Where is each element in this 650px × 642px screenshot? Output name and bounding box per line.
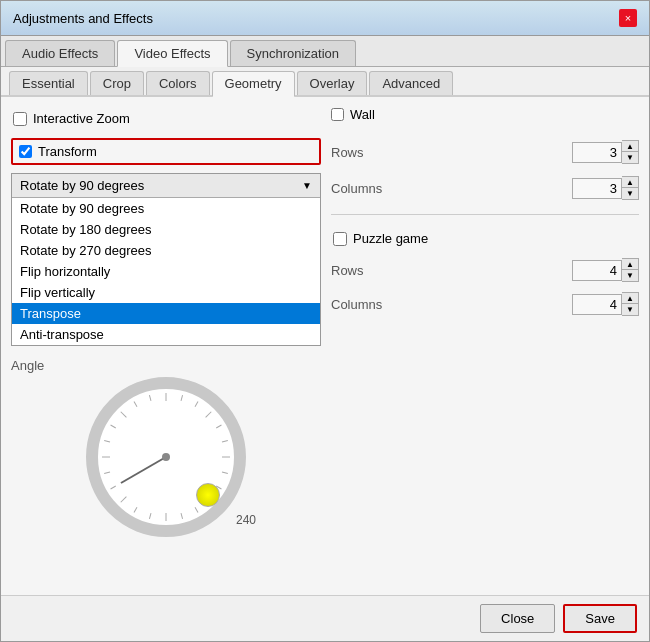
dropdown-item-0[interactable]: Rotate by 90 degrees bbox=[12, 198, 320, 219]
dropdown-item-1[interactable]: Rotate by 180 degrees bbox=[12, 219, 320, 240]
puzzle-columns-input[interactable] bbox=[572, 294, 622, 315]
puzzle-columns-label: Columns bbox=[331, 297, 401, 312]
svg-line-16 bbox=[111, 486, 116, 489]
title-bar: Adjustments and Effects × bbox=[1, 1, 649, 36]
wall-row: Wall bbox=[331, 107, 639, 122]
dialog: Adjustments and Effects × Audio Effects … bbox=[0, 0, 650, 642]
wall-rows-label: Rows bbox=[331, 145, 401, 160]
tab-essential[interactable]: Essential bbox=[9, 71, 88, 95]
svg-line-11 bbox=[181, 513, 183, 519]
wall-columns-up[interactable]: ▲ bbox=[622, 177, 638, 188]
interactive-zoom-checkbox[interactable] bbox=[13, 112, 27, 126]
left-panel: Interactive Zoom Transform Rotate by 90 … bbox=[11, 107, 321, 585]
puzzle-rows-row: Rows ▲ ▼ bbox=[331, 256, 639, 284]
svg-line-3 bbox=[206, 412, 212, 418]
bottom-bar: Close Save bbox=[1, 595, 649, 641]
puzzle-columns-up[interactable]: ▲ bbox=[622, 293, 638, 304]
puzzle-checkbox[interactable] bbox=[333, 232, 347, 246]
transform-box: Transform bbox=[11, 138, 321, 165]
angle-label: Angle bbox=[11, 358, 44, 373]
dropdown-item-3[interactable]: Flip horizontally bbox=[12, 261, 320, 282]
wall-columns-row: Columns ▲ ▼ bbox=[331, 174, 639, 202]
wall-rows-input[interactable] bbox=[572, 142, 622, 163]
wall-rows-up[interactable]: ▲ bbox=[622, 141, 638, 152]
svg-line-10 bbox=[195, 507, 198, 512]
puzzle-section: Puzzle game Rows ▲ ▼ Columns bbox=[331, 227, 639, 318]
svg-line-21 bbox=[121, 412, 127, 418]
puzzle-columns-spinner: ▲ ▼ bbox=[572, 292, 639, 316]
save-button[interactable]: Save bbox=[563, 604, 637, 633]
wall-rows-down[interactable]: ▼ bbox=[622, 152, 638, 163]
puzzle-rows-input[interactable] bbox=[572, 260, 622, 281]
main-content: Interactive Zoom Transform Rotate by 90 … bbox=[1, 97, 649, 595]
tab-bar-main: Audio Effects Video Effects Synchronizat… bbox=[1, 36, 649, 67]
svg-point-25 bbox=[162, 453, 170, 461]
wall-rows-spinbtns: ▲ ▼ bbox=[622, 140, 639, 164]
wall-columns-spinner: ▲ ▼ bbox=[572, 176, 639, 200]
wall-rows-spinner: ▲ ▼ bbox=[572, 140, 639, 164]
transform-checkbox[interactable] bbox=[19, 145, 32, 158]
close-button[interactable]: Close bbox=[480, 604, 555, 633]
svg-line-19 bbox=[104, 440, 110, 442]
wall-columns-down[interactable]: ▼ bbox=[622, 188, 638, 199]
dialog-title: Adjustments and Effects bbox=[13, 11, 153, 26]
svg-line-15 bbox=[121, 497, 127, 503]
tab-geometry[interactable]: Geometry bbox=[212, 71, 295, 97]
dropdown-arrow-icon: ▼ bbox=[302, 180, 312, 191]
puzzle-rows-up[interactable]: ▲ bbox=[622, 259, 638, 270]
svg-line-24 bbox=[121, 457, 166, 483]
tab-crop[interactable]: Crop bbox=[90, 71, 144, 95]
tab-bar-sub: Essential Crop Colors Geometry Overlay A… bbox=[1, 67, 649, 97]
tab-advanced[interactable]: Advanced bbox=[369, 71, 453, 95]
transform-label: Transform bbox=[38, 144, 97, 159]
svg-line-4 bbox=[216, 425, 221, 428]
dropdown-selected-text: Rotate by 90 degrees bbox=[20, 178, 302, 193]
angle-dial[interactable] bbox=[86, 377, 246, 537]
svg-line-22 bbox=[134, 402, 137, 407]
svg-line-2 bbox=[195, 402, 198, 407]
svg-line-5 bbox=[222, 440, 228, 442]
wall-rows-row: Rows ▲ ▼ bbox=[331, 138, 639, 166]
dropdown-item-2[interactable]: Rotate by 270 degrees bbox=[12, 240, 320, 261]
svg-line-23 bbox=[149, 395, 151, 401]
puzzle-columns-row: Columns ▲ ▼ bbox=[331, 290, 639, 318]
rotation-dropdown[interactable]: Rotate by 90 degrees ▼ Rotate by 90 degr… bbox=[11, 173, 321, 346]
wall-checkbox[interactable] bbox=[331, 108, 344, 121]
close-icon[interactable]: × bbox=[619, 9, 637, 27]
svg-line-20 bbox=[111, 425, 116, 428]
dropdown-header[interactable]: Rotate by 90 degrees ▼ bbox=[12, 174, 320, 198]
wall-columns-label: Columns bbox=[331, 181, 401, 196]
tab-audio-effects[interactable]: Audio Effects bbox=[5, 40, 115, 66]
svg-line-1 bbox=[181, 395, 183, 401]
puzzle-rows-label: Rows bbox=[331, 263, 401, 278]
dropdown-list: Rotate by 90 degrees Rotate by 180 degre… bbox=[12, 198, 320, 345]
tab-synchronization[interactable]: Synchronization bbox=[230, 40, 357, 66]
svg-line-14 bbox=[134, 507, 137, 512]
puzzle-label: Puzzle game bbox=[353, 231, 428, 246]
wall-columns-input[interactable] bbox=[572, 178, 622, 199]
interactive-zoom-label: Interactive Zoom bbox=[33, 111, 130, 126]
dropdown-item-4[interactable]: Flip vertically bbox=[12, 282, 320, 303]
puzzle-rows-spinbtns: ▲ ▼ bbox=[622, 258, 639, 282]
right-panel: Wall Rows ▲ ▼ Columns bbox=[331, 107, 639, 585]
yellow-indicator bbox=[196, 483, 220, 507]
interactive-zoom-row: Interactive Zoom bbox=[11, 107, 321, 130]
puzzle-rows-down[interactable]: ▼ bbox=[622, 270, 638, 281]
puzzle-rows-spinner: ▲ ▼ bbox=[572, 258, 639, 282]
tab-video-effects[interactable]: Video Effects bbox=[117, 40, 227, 67]
dropdown-item-6[interactable]: Anti-transpose bbox=[12, 324, 320, 345]
svg-line-13 bbox=[149, 513, 151, 519]
svg-line-7 bbox=[222, 472, 228, 474]
tab-overlay[interactable]: Overlay bbox=[297, 71, 368, 95]
wall-label: Wall bbox=[350, 107, 375, 122]
svg-line-17 bbox=[104, 472, 110, 474]
angle-section: Angle bbox=[11, 358, 321, 537]
puzzle-columns-down[interactable]: ▼ bbox=[622, 304, 638, 315]
dial-container: 240 bbox=[86, 377, 246, 537]
puzzle-columns-spinbtns: ▲ ▼ bbox=[622, 292, 639, 316]
divider bbox=[331, 214, 639, 215]
dropdown-item-5[interactable]: Transpose bbox=[12, 303, 320, 324]
puzzle-row: Puzzle game bbox=[331, 227, 639, 250]
tab-colors[interactable]: Colors bbox=[146, 71, 210, 95]
angle-value: 240 bbox=[236, 513, 256, 527]
